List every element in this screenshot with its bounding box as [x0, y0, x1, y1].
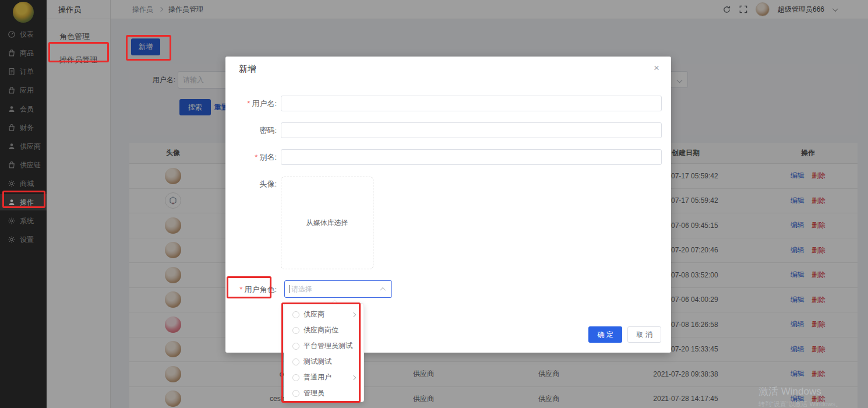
confirm-button[interactable]: 确 定 — [588, 326, 622, 343]
cascader-option-label: 平台管理员测试 — [304, 341, 352, 351]
role-select-placeholder: 请选择 — [291, 284, 312, 294]
cascader-option-1[interactable]: 供应商岗位 — [284, 322, 364, 338]
close-icon[interactable]: × — [654, 62, 659, 74]
text-cursor — [290, 285, 290, 293]
cascader-option-0[interactable]: 供应商 — [284, 307, 364, 322]
upload-box-text: 从媒体库选择 — [306, 218, 348, 228]
username-field-label: *用户名: — [225, 99, 277, 109]
radio-icon[interactable] — [292, 390, 299, 397]
role-cascader-panel: 供应商供应商岗位平台管理员测试测试测试普通用户管理员 — [284, 303, 364, 402]
password-field[interactable] — [281, 122, 662, 138]
username-field[interactable] — [281, 96, 662, 111]
cascader-option-label: 测试测试 — [304, 357, 331, 367]
password-field-label: 密码: — [225, 125, 277, 136]
required-asterisk: * — [255, 153, 257, 161]
chevron-right-icon — [351, 312, 356, 316]
cascader-option-label: 普通用户 — [304, 372, 331, 382]
avatar-field-label: 头像: — [225, 179, 277, 189]
required-asterisk: * — [247, 99, 250, 108]
alias-field[interactable] — [281, 149, 662, 165]
role-field-label: *用户角色: — [225, 284, 277, 295]
radio-icon[interactable] — [292, 343, 299, 350]
chevron-up-icon — [380, 287, 386, 293]
cascader-option-5[interactable]: 管理员 — [284, 385, 364, 401]
required-asterisk: * — [239, 285, 242, 294]
cascader-option-label: 供应商 — [304, 309, 324, 319]
cancel-button[interactable]: 取 消 — [627, 326, 661, 343]
cascader-option-4[interactable]: 普通用户 — [284, 370, 364, 385]
modal-title: 新增 — [239, 64, 256, 75]
radio-icon[interactable] — [292, 374, 299, 381]
radio-icon[interactable] — [292, 311, 299, 318]
media-library-upload-box[interactable]: 从媒体库选择 — [281, 177, 373, 269]
role-select[interactable]: 请选择 — [284, 280, 392, 298]
radio-icon[interactable] — [292, 358, 299, 365]
cascader-option-2[interactable]: 平台管理员测试 — [284, 338, 364, 354]
chevron-right-icon — [351, 375, 356, 379]
radio-icon[interactable] — [292, 327, 299, 334]
app-window: 仪表商品订单应用会员财务供应商供应链商城操作系统设置 操作员 角色管理操作员管理… — [0, 0, 868, 408]
alias-field-label: *别名: — [225, 152, 277, 163]
cascader-option-3[interactable]: 测试测试 — [284, 354, 364, 370]
cascader-option-label: 管理员 — [304, 388, 324, 398]
cascader-option-label: 供应商岗位 — [304, 325, 338, 335]
